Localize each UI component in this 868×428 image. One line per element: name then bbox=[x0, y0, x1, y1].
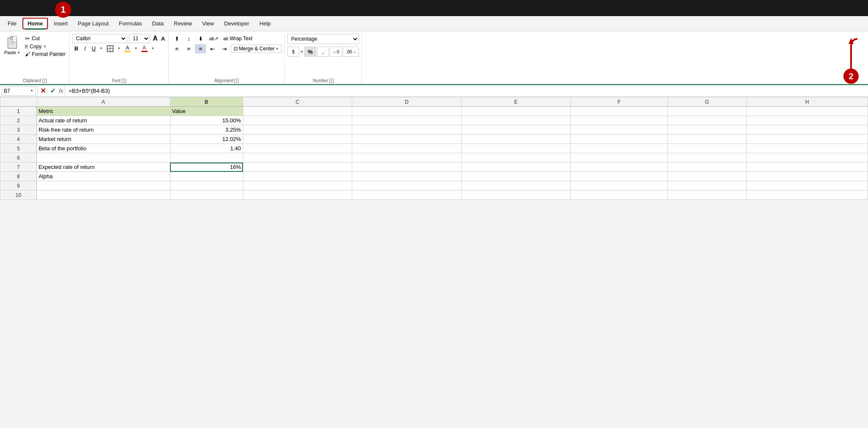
menu-page-layout[interactable]: Page Layout bbox=[74, 19, 113, 28]
cell-f6[interactable] bbox=[570, 153, 668, 163]
alignment-expand[interactable]: ↗ bbox=[234, 79, 239, 83]
cell-b3[interactable]: 3.25% bbox=[170, 125, 243, 135]
borders-dropdown[interactable]: ▼ bbox=[117, 47, 121, 50]
align-top-button[interactable]: ⬆ bbox=[171, 34, 182, 43]
cell-ref-dropdown[interactable]: ▼ bbox=[30, 89, 33, 93]
cell-h5[interactable] bbox=[746, 144, 868, 153]
cell-d10[interactable] bbox=[352, 191, 462, 200]
font-size-select[interactable]: 11 bbox=[129, 34, 150, 43]
menu-help[interactable]: Help bbox=[255, 19, 275, 28]
cell-d8[interactable] bbox=[352, 172, 462, 181]
cell-a3[interactable]: Risk-free rate of return bbox=[36, 125, 170, 135]
cell-g4[interactable] bbox=[668, 135, 746, 144]
col-header-g[interactable]: G bbox=[668, 97, 746, 107]
cell-f2[interactable] bbox=[570, 116, 668, 125]
menu-formulas[interactable]: Formulas bbox=[115, 19, 146, 28]
cell-b2[interactable]: 15.00% bbox=[170, 116, 243, 125]
paste-button[interactable]: Paste ▼ bbox=[3, 34, 22, 56]
wrap-text-button[interactable]: ab Wrap Text bbox=[221, 35, 255, 42]
decrease-decimal-button[interactable]: ←0 bbox=[330, 47, 342, 57]
cell-g8[interactable] bbox=[668, 172, 746, 181]
cell-e4[interactable] bbox=[461, 135, 570, 144]
cell-h4[interactable] bbox=[746, 135, 868, 144]
col-header-c[interactable]: C bbox=[243, 97, 352, 107]
cell-f4[interactable] bbox=[570, 135, 668, 144]
increase-decimal-button[interactable]: .00→ bbox=[343, 47, 359, 57]
cell-d6[interactable] bbox=[352, 153, 462, 163]
cell-a7[interactable]: Expected rate of return bbox=[36, 163, 170, 172]
underline-dropdown[interactable]: ▼ bbox=[100, 47, 103, 50]
menu-review[interactable]: Review bbox=[170, 19, 196, 28]
align-right-button[interactable]: ≡ bbox=[195, 44, 206, 53]
cell-c1[interactable] bbox=[243, 107, 352, 116]
italic-button[interactable]: I bbox=[82, 44, 88, 52]
cell-c7[interactable] bbox=[243, 163, 352, 172]
align-left-button[interactable]: ≡ bbox=[171, 44, 182, 53]
cell-d7[interactable] bbox=[352, 163, 462, 172]
cell-f9[interactable] bbox=[570, 181, 668, 191]
decrease-font-size-button[interactable]: A bbox=[160, 35, 166, 42]
cell-b4[interactable]: 12.02% bbox=[170, 135, 243, 144]
cell-c5[interactable] bbox=[243, 144, 352, 153]
cell-b7[interactable]: 16% bbox=[170, 163, 243, 172]
cell-h9[interactable] bbox=[746, 181, 868, 191]
cell-f3[interactable] bbox=[570, 125, 668, 135]
cell-f7[interactable] bbox=[570, 163, 668, 172]
cell-c4[interactable] bbox=[243, 135, 352, 144]
cell-e7[interactable] bbox=[461, 163, 570, 172]
clipboard-expand[interactable]: ↗ bbox=[42, 79, 47, 83]
font-color-dropdown[interactable]: ▼ bbox=[151, 47, 155, 50]
col-header-h[interactable]: H bbox=[746, 97, 868, 107]
formula-confirm-icon[interactable]: ✓ bbox=[49, 86, 56, 96]
cell-b6[interactable] bbox=[170, 153, 243, 163]
menu-insert[interactable]: Insert bbox=[50, 19, 72, 28]
row-header-2[interactable]: 2 bbox=[0, 116, 37, 125]
menu-home[interactable]: Home bbox=[22, 18, 48, 29]
copy-dropdown-arrow[interactable]: ▼ bbox=[43, 45, 47, 49]
corner-header[interactable] bbox=[0, 97, 37, 107]
cell-h8[interactable] bbox=[746, 172, 868, 181]
accounting-format-button[interactable]: $ bbox=[287, 47, 299, 57]
cell-a10[interactable] bbox=[36, 191, 170, 200]
increase-font-size-button[interactable]: A bbox=[152, 34, 159, 43]
row-header-8[interactable]: 8 bbox=[0, 172, 37, 181]
cell-d9[interactable] bbox=[352, 181, 462, 191]
row-header-5[interactable]: 5 bbox=[0, 144, 37, 153]
cell-g5[interactable] bbox=[668, 144, 746, 153]
row-header-6[interactable]: 6 bbox=[0, 153, 37, 163]
cell-e2[interactable] bbox=[461, 116, 570, 125]
borders-button[interactable] bbox=[105, 44, 116, 53]
paste-dropdown-arrow[interactable]: ▼ bbox=[17, 51, 20, 55]
cell-e8[interactable] bbox=[461, 172, 570, 181]
cell-b1[interactable]: Value bbox=[170, 107, 243, 116]
col-header-b[interactable]: B bbox=[170, 97, 243, 107]
cell-e9[interactable] bbox=[461, 181, 570, 191]
cell-f5[interactable] bbox=[570, 144, 668, 153]
cell-d1[interactable] bbox=[352, 107, 462, 116]
formula-cancel-icon[interactable]: ✕ bbox=[39, 86, 47, 96]
decrease-indent-button[interactable]: ⇤ bbox=[207, 44, 218, 53]
accounting-dropdown[interactable]: ▼ bbox=[300, 50, 303, 54]
fill-color-dropdown[interactable]: ▼ bbox=[134, 47, 138, 50]
cut-button[interactable]: ✂ Cut bbox=[24, 35, 67, 42]
row-header-4[interactable]: 4 bbox=[0, 135, 37, 144]
cell-g2[interactable] bbox=[668, 116, 746, 125]
percent-button[interactable]: % bbox=[304, 47, 316, 57]
cell-g6[interactable] bbox=[668, 153, 746, 163]
cell-d4[interactable] bbox=[352, 135, 462, 144]
cell-f1[interactable] bbox=[570, 107, 668, 116]
cell-g10[interactable] bbox=[668, 191, 746, 200]
cell-a5[interactable]: Beta of the portfolio bbox=[36, 144, 170, 153]
function-wizard-button[interactable]: fx bbox=[59, 88, 63, 94]
format-painter-button[interactable]: 🖌 Format Painter bbox=[24, 51, 67, 58]
cell-b9[interactable] bbox=[170, 181, 243, 191]
cell-h2[interactable] bbox=[746, 116, 868, 125]
col-header-f[interactable]: F bbox=[570, 97, 668, 107]
cell-f8[interactable] bbox=[570, 172, 668, 181]
cell-e1[interactable] bbox=[461, 107, 570, 116]
cell-reference-box[interactable]: B7 ▼ bbox=[2, 86, 36, 96]
cell-a6[interactable] bbox=[36, 153, 170, 163]
cell-h3[interactable] bbox=[746, 125, 868, 135]
cell-c3[interactable] bbox=[243, 125, 352, 135]
align-middle-button[interactable]: ↕ bbox=[183, 34, 194, 43]
